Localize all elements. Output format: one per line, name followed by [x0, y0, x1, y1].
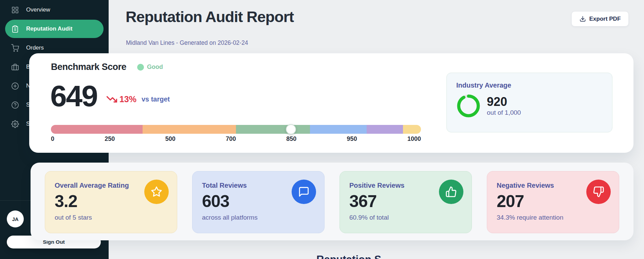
score-trend: 13% vs target	[107, 94, 170, 110]
briefcase-icon	[11, 63, 19, 71]
sidebar-item-reputation-audit[interactable]: Reputation Audit	[5, 20, 104, 38]
stat-card-negative-reviews: Negative Reviews 207 34.3% require atten…	[487, 171, 619, 233]
benchmark-score-value: 649	[50, 82, 97, 110]
page-title: Reputation Audit Report	[126, 8, 294, 26]
sidebar-item-label: Orders	[26, 44, 44, 51]
stats-panel: Overall Average Rating 3.2 out of 5 star…	[31, 163, 633, 240]
status-dot-icon	[137, 64, 144, 71]
score-row: 649 13% vs target	[50, 82, 170, 110]
export-pdf-button[interactable]: Export PDF	[571, 11, 629, 26]
gauge-segment	[51, 125, 143, 134]
grid-icon	[11, 6, 19, 14]
scale-label: 950	[347, 135, 357, 143]
sidebar-item-label: Reputation Audit	[26, 25, 72, 32]
next-section-heading: Reputation S	[316, 254, 381, 259]
reputation-dashboard: Overview Reputation Audit Orders Bu	[0, 0, 644, 259]
stat-caption: 60.9% of total	[349, 214, 462, 221]
help-circle-icon	[11, 101, 19, 109]
download-icon	[579, 16, 586, 22]
stat-caption: 34.3% require attention	[497, 214, 609, 221]
gauge-segment	[236, 125, 310, 134]
trend-percentage: 13%	[119, 94, 136, 104]
stat-caption: across all platforms	[202, 214, 315, 221]
scale-label: 500	[165, 135, 176, 143]
stat-card-positive-reviews: Positive Reviews 367 60.9% of total	[339, 171, 472, 233]
status-badge: Good	[137, 63, 163, 71]
status-label: Good	[147, 63, 163, 71]
industry-average-card: Industry Average 920 out of 1,000	[446, 73, 612, 132]
trend-label: vs target	[142, 95, 170, 103]
benchmark-score-card: Benchmark Score Good 649 13% vs target	[29, 53, 633, 153]
benchmark-header: Benchmark Score Good	[51, 62, 163, 72]
industry-average-figures: 920 out of 1,000	[487, 95, 521, 117]
stat-caption: out of 5 stars	[55, 214, 167, 221]
gauge-segment	[403, 125, 421, 134]
scale-label: 250	[105, 135, 115, 143]
gauge-segment	[310, 125, 367, 134]
thumbs-down-icon	[586, 180, 611, 204]
scale-label: 850	[286, 135, 296, 143]
industry-average-row: 920 out of 1,000	[456, 94, 603, 118]
thumbs-up-icon	[439, 180, 463, 204]
avatar[interactable]: JA	[7, 210, 24, 227]
stat-card-overall-average-rating: Overall Average Rating 3.2 out of 5 star…	[45, 171, 177, 233]
gear-icon	[11, 120, 19, 128]
stat-card-total-reviews: Total Reviews 603 across all platforms	[192, 171, 325, 233]
industry-average-value: 920	[487, 95, 521, 108]
sidebar-item-overview[interactable]: Overview	[0, 1, 109, 19]
star-icon	[144, 180, 169, 204]
scale-label: 1000	[407, 135, 421, 143]
industry-average-caption: out of 1,000	[487, 109, 521, 116]
scale-label: 0	[51, 135, 54, 143]
gauge-segment	[143, 125, 236, 134]
industry-average-title: Industry Average	[456, 81, 603, 89]
progress-ring-icon	[456, 94, 481, 118]
trending-down-icon	[107, 94, 117, 105]
clipboard-icon	[11, 25, 19, 33]
score-gauge-track	[51, 125, 421, 134]
page-subtitle: Midland Van Lines - Generated on 2026-02…	[126, 39, 248, 47]
export-pdf-label: Export PDF	[589, 16, 621, 22]
sidebar-item-label: Overview	[26, 6, 50, 13]
chat-bubble-icon	[292, 180, 316, 204]
score-marker[interactable]	[286, 124, 296, 134]
gauge-segment	[367, 125, 403, 134]
benchmark-title: Benchmark Score	[51, 62, 126, 72]
score-gauge	[51, 125, 421, 134]
score-scale-labels: 0 250 500 700 850 950 1000	[51, 135, 421, 143]
scale-label: 700	[226, 135, 236, 143]
cart-icon	[11, 44, 19, 52]
plus-circle-icon	[11, 82, 19, 90]
